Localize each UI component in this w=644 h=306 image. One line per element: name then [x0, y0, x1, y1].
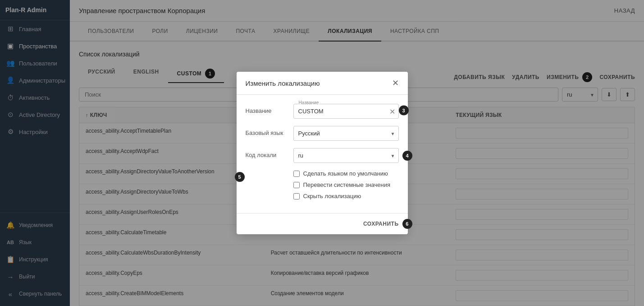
locale-code-modal-select[interactable]: ru en — [293, 148, 399, 163]
modal-footer: СОХРАНИТЬ 6 — [237, 213, 408, 234]
checkbox-hide-label: Скрыть локализацию — [303, 193, 361, 199]
edit-localization-modal: Изменить локализацию ✕ Название Название… — [237, 72, 408, 234]
checkbox-hide-input[interactable] — [293, 193, 300, 199]
base-lang-label: Базовый язык — [246, 126, 286, 136]
checkbox-translate-input[interactable] — [293, 182, 300, 188]
annotation-6: 6 — [402, 219, 412, 229]
checkboxes-section: 5 Сделать языком по умолчанию Перевести … — [246, 170, 399, 199]
modal-header: Изменить локализацию ✕ — [237, 72, 408, 95]
annotation-5: 5 — [235, 172, 245, 182]
name-input[interactable] — [293, 104, 399, 119]
form-row-locale-code: Код локали ru en 4 — [246, 148, 399, 163]
base-lang-select-wrap: Русский English — [293, 126, 399, 141]
name-clear-button[interactable]: ✕ 3 — [389, 107, 395, 116]
modal-body: Название Название ✕ 3 Базовый язык — [237, 95, 408, 213]
form-row-base-lang: Базовый язык Русский English — [246, 126, 399, 141]
checkbox-translate-label: Перевести системные значения — [303, 181, 391, 188]
checkbox-hide: Скрыть локализацию — [293, 193, 399, 199]
name-input-wrap: Название ✕ 3 — [293, 104, 399, 119]
modal-close-button[interactable]: ✕ — [392, 79, 399, 87]
locale-code-label: Код локали — [246, 148, 286, 158]
base-lang-control: Русский English — [293, 126, 399, 141]
modal-overlay: Изменить локализацию ✕ Название Название… — [0, 0, 644, 306]
base-lang-select[interactable]: Русский English — [293, 126, 399, 141]
name-control: Название ✕ 3 — [293, 104, 399, 119]
name-float-label: Название — [298, 100, 320, 105]
annotation-3: 3 — [399, 105, 409, 115]
locale-code-select-wrap: ru en 4 — [293, 148, 399, 163]
checkbox-default: Сделать языком по умолчанию — [293, 170, 399, 177]
checkbox-default-input[interactable] — [293, 171, 300, 177]
annotation-4: 4 — [402, 151, 412, 161]
form-row-name: Название Название ✕ 3 — [246, 104, 399, 119]
modal-save-button[interactable]: СОХРАНИТЬ 6 — [363, 219, 399, 229]
locale-code-control: ru en 4 — [293, 148, 399, 163]
name-label: Название — [246, 104, 286, 114]
modal-title: Изменить локализацию — [246, 79, 320, 87]
checkbox-translate: Перевести системные значения — [293, 181, 399, 188]
checkbox-default-label: Сделать языком по умолчанию — [303, 170, 388, 177]
